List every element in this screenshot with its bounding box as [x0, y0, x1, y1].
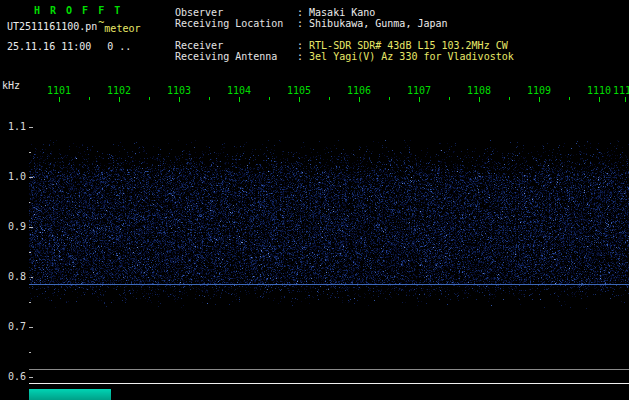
info-label: Receiver [175, 40, 297, 51]
station-info-row: Observer: Masaki Kano [175, 7, 375, 18]
level-line-lower [29, 383, 629, 384]
observation-note: meteor [104, 23, 140, 34]
app-title: H R O F F T [34, 5, 122, 16]
info-colon: : [297, 51, 309, 62]
station-info-row: Receiver: RTL-SDR SDR# 43dB L15 103.2MHz… [175, 40, 508, 51]
datetime-line: 25.11.16 11:000 .. [7, 41, 131, 52]
hrofft-window: H R O F F T UT2511161100.pn~meteor 25.11… [0, 0, 629, 400]
info-value: Shibukawa, Gunma, Japan [309, 18, 447, 29]
echo-count: 0 .. [107, 41, 131, 52]
y-axis-tick-label: 1.0 [2, 171, 26, 183]
spectrogram-canvas [29, 80, 629, 400]
info-value: RTL-SDR SDR# 43dB L15 103.2MHz CW [309, 40, 508, 51]
y-axis-unit-label: kHz [2, 80, 20, 91]
station-info-row: Receiving Antenna: 3el Yagi(V) Az 330 fo… [175, 51, 514, 62]
output-filename-line: UT2511161100.pn~meteor [7, 21, 140, 32]
info-colon: : [297, 7, 309, 18]
level-line-upper [29, 369, 629, 370]
y-axis-tick-label: 0.6 [2, 371, 26, 383]
info-colon: : [297, 18, 309, 29]
info-value: Masaki Kano [309, 7, 375, 18]
station-info: Observer: Masaki KanoReceiving Location:… [175, 0, 629, 64]
info-label: Receiving Antenna [175, 51, 297, 62]
info-colon: : [297, 40, 309, 51]
datetime-label: 25.11.16 11:00 [7, 41, 91, 52]
output-filename: UT2511161100.pn [7, 21, 97, 32]
info-value: 3el Yagi(V) Az 330 for Vladivostok [309, 51, 514, 62]
scale-legend-block [29, 389, 111, 400]
y-axis-tick-label: 1.1 [2, 121, 26, 133]
y-axis-tick-label: 0.7 [2, 321, 26, 333]
station-info-row: Receiving Location: Shibukawa, Gunma, Ja… [175, 18, 448, 29]
info-label: Observer [175, 7, 297, 18]
info-label: Receiving Location [175, 18, 297, 29]
y-axis-tick-label: 0.8 [2, 271, 26, 283]
y-axis-tick-label: 0.9 [2, 221, 26, 233]
